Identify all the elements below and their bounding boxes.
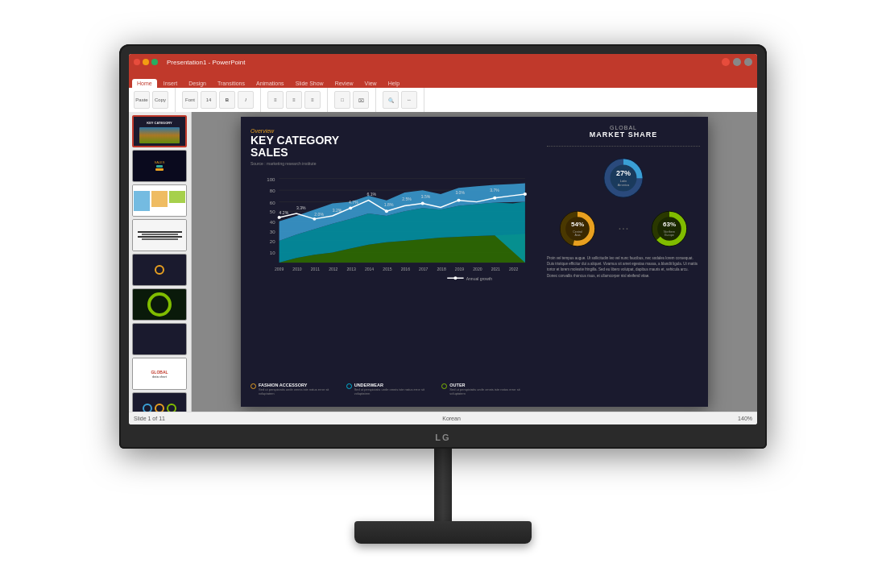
lg-logo: LG xyxy=(435,433,450,442)
svg-text:2.5%: 2.5% xyxy=(402,197,412,201)
slide-left: Overview KEY CATEGORY SALES Source : mar… xyxy=(241,117,539,407)
maximize-icon[interactable] xyxy=(744,58,752,66)
svg-text:4.2%: 4.2% xyxy=(279,211,289,215)
slide-thumb-2[interactable]: SALES xyxy=(132,150,187,182)
tab-animations[interactable]: Animations xyxy=(251,79,289,88)
svg-text:6.1%: 6.1% xyxy=(367,193,377,197)
arrange-button[interactable]: ⌧ xyxy=(353,91,369,109)
global-label: GLOBAL xyxy=(547,125,700,130)
svg-text:2013: 2013 xyxy=(347,267,357,271)
svg-text:10: 10 xyxy=(270,251,275,255)
svg-text:2017: 2017 xyxy=(419,267,429,271)
titlebar-left: Presentation1 - PowerPoint xyxy=(134,59,245,66)
monitor-bezel: Presentation1 - PowerPoint Home Insert D… xyxy=(119,44,767,449)
svg-text:2019: 2019 xyxy=(455,267,465,271)
align-right[interactable]: ≡ xyxy=(304,91,321,109)
zoom-level: 140% xyxy=(738,416,752,421)
slide-thumb-3[interactable] xyxy=(132,184,187,217)
theme-info: Korean xyxy=(442,416,461,421)
shapes-button[interactable]: □ xyxy=(334,91,350,109)
bold-button[interactable]: B xyxy=(219,91,235,109)
current-slide: Overview KEY CATEGORY SALES Source : mar… xyxy=(241,117,708,407)
svg-point-24 xyxy=(421,201,424,205)
align-left[interactable]: ≡ xyxy=(267,91,284,109)
svg-text:100: 100 xyxy=(267,176,275,181)
svg-text:2010: 2010 xyxy=(292,267,302,271)
monitor-base xyxy=(354,521,532,544)
ribbon-tabs: Home Insert Design Transitions Animation… xyxy=(129,70,757,88)
titlebar: Presentation1 - PowerPoint xyxy=(129,54,757,70)
source-text: Source : marketing research institute xyxy=(250,161,529,166)
monitor: Presentation1 - PowerPoint Home Insert D… xyxy=(119,44,767,544)
tab-review[interactable]: Review xyxy=(330,79,358,88)
legend-fashion: FASHION ACCESSORY Sed ut perspiciatis un… xyxy=(250,383,338,395)
svg-text:2020: 2020 xyxy=(473,267,482,271)
slide-thumb-4[interactable] xyxy=(132,219,187,251)
slide-thumb-8[interactable]: GLOBAL data chart xyxy=(132,358,187,390)
market-share-heading: MARKET SHARE xyxy=(547,130,700,139)
main-title: KEY CATEGORY SALES xyxy=(250,135,529,159)
svg-text:2018: 2018 xyxy=(437,267,446,271)
close-icon[interactable] xyxy=(722,58,730,66)
svg-point-26 xyxy=(493,197,496,200)
italic-button[interactable]: I xyxy=(238,91,254,109)
tab-transitions[interactable]: Transitions xyxy=(213,79,250,88)
svg-text:63%: 63% xyxy=(663,221,676,228)
svg-text:Central: Central xyxy=(573,230,582,234)
ribbon-content: Paste Copy Font 14 B I ≡ ≡ ≡ xyxy=(129,88,757,112)
slide-thumb-9[interactable] xyxy=(132,392,187,412)
tab-design[interactable]: Design xyxy=(184,79,211,88)
svg-text:2021: 2021 xyxy=(491,267,501,271)
svg-text:2012: 2012 xyxy=(329,267,338,271)
svg-text:3.5%: 3.5% xyxy=(421,195,431,199)
svg-text:2016: 2016 xyxy=(401,267,411,271)
replace-button[interactable]: ↔ xyxy=(401,91,417,109)
svg-text:1.8%: 1.8% xyxy=(384,203,394,207)
svg-text:2011: 2011 xyxy=(311,267,321,271)
svg-text:30: 30 xyxy=(270,230,275,234)
paste-button[interactable]: Paste xyxy=(134,91,150,109)
tab-view[interactable]: View xyxy=(360,79,382,88)
svg-text:2022: 2022 xyxy=(509,267,519,271)
find-button[interactable]: 🔍 xyxy=(383,91,399,109)
slide-thumb-7[interactable] xyxy=(132,323,187,355)
ppt-body: KEY CATEGORY SALES xyxy=(129,112,757,412)
tab-home[interactable]: Home xyxy=(132,79,157,88)
svg-text:50: 50 xyxy=(270,209,275,214)
donuts-bottom: 54% Central Asia ··· xyxy=(547,207,700,251)
align-center[interactable]: ≡ xyxy=(286,91,302,109)
font-select[interactable]: Font xyxy=(182,91,198,109)
svg-point-20 xyxy=(278,216,281,219)
svg-text:3.3%: 3.3% xyxy=(296,206,306,210)
svg-point-23 xyxy=(385,209,388,213)
underwear-icon xyxy=(346,383,352,389)
dots-separator: ··· xyxy=(618,222,628,236)
svg-point-27 xyxy=(524,193,527,196)
minimize-icon[interactable] xyxy=(733,58,741,66)
body-text: Proin vel tempus augue. Ut sollicitudin … xyxy=(547,255,700,279)
tab-insert[interactable]: Insert xyxy=(159,79,183,88)
slide-thumb-1[interactable]: KEY CATEGORY xyxy=(132,115,187,147)
legend-outer: OUTER Sed ut perspiciatis unde omnis ist… xyxy=(441,383,529,395)
tab-help[interactable]: Help xyxy=(383,79,404,88)
donuts-top: 27% Latin America xyxy=(547,154,700,202)
slide-thumb-6[interactable] xyxy=(132,288,187,321)
svg-point-54 xyxy=(453,276,457,280)
svg-text:Europe: Europe xyxy=(664,234,674,237)
monitor-screen: Presentation1 - PowerPoint Home Insert D… xyxy=(129,54,757,424)
slide-panel: KEY CATEGORY SALES xyxy=(129,112,192,412)
area-chart: 100 80 60 50 40 30 20 10 xyxy=(250,171,529,284)
slide-thumb-5[interactable] xyxy=(132,254,187,286)
min-btn-dot xyxy=(143,59,149,65)
copy-button[interactable]: Copy xyxy=(152,91,168,109)
svg-text:27%: 27% xyxy=(616,169,631,177)
font-size[interactable]: 14 xyxy=(201,91,217,109)
market-divider xyxy=(547,146,700,147)
outer-desc: Sed ut perspiciatis unde omnis iste natu… xyxy=(449,387,529,395)
titlebar-controls xyxy=(722,58,752,66)
ribbon-font: Font 14 B I xyxy=(182,88,261,112)
fashion-desc: Sed ut perspiciatis unde omnis iste natu… xyxy=(259,387,338,395)
svg-text:2015: 2015 xyxy=(383,267,392,271)
chart-legend: FASHION ACCESSORY Sed ut perspiciatis un… xyxy=(250,383,529,395)
tab-slideshow[interactable]: Slide Show xyxy=(291,79,329,88)
